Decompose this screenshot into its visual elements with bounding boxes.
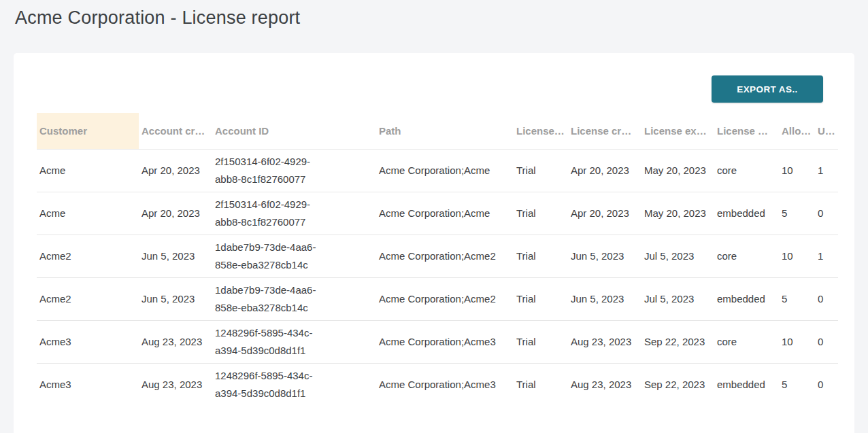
column-header-license-type[interactable]: License… — [514, 113, 568, 149]
cell-customer: Acme2 — [37, 277, 139, 320]
cell-used: 0 — [815, 320, 838, 363]
column-header-account-id[interactable]: Account ID — [212, 113, 376, 149]
cell-account-created: Jun 5, 2023 — [139, 277, 212, 320]
cell-license-expiration: May 20, 2023 — [641, 149, 714, 192]
cell-license-created: Apr 20, 2023 — [568, 192, 641, 235]
cell-license-type: Trial — [514, 149, 568, 192]
cell-allocated: 5 — [779, 192, 815, 235]
cell-account-id: 1dabe7b9-73de-4aa6-858e-eba3278cb14c — [212, 277, 376, 320]
cell-allocated: 10 — [779, 235, 815, 277]
cell-license-created: Jun 5, 2023 — [568, 277, 641, 320]
cell-license-model: core — [714, 149, 779, 192]
cell-license-created: Aug 23, 2023 — [568, 363, 641, 406]
table-header-row: CustomerAccount cr…Account IDPathLicense… — [37, 113, 838, 149]
cell-license-type: Trial — [514, 277, 568, 320]
column-header-path[interactable]: Path — [376, 113, 514, 149]
cell-path: Acme Corporation;Acme2 — [376, 235, 514, 277]
cell-license-type: Trial — [514, 363, 568, 406]
column-header-used[interactable]: U… — [815, 113, 838, 149]
column-header-license-expiration[interactable]: License ex… — [641, 113, 714, 149]
cell-license-expiration: May 20, 2023 — [641, 192, 714, 235]
cell-license-type: Trial — [514, 235, 568, 277]
cell-path: Acme Corporation;Acme — [376, 192, 514, 235]
cell-allocated: 5 — [779, 277, 815, 320]
column-header-allocated[interactable]: Allo… — [779, 113, 815, 149]
cell-allocated: 10 — [779, 320, 815, 363]
table-row: Acme2Jun 5, 20231dabe7b9-73de-4aa6-858e-… — [37, 277, 838, 320]
cell-customer: Acme3 — [37, 363, 139, 406]
cell-license-model: embedded — [714, 277, 779, 320]
report-card: EXPORT AS.. CustomerAccount cr…Account I… — [14, 53, 854, 433]
cell-account-id: 2f150314-6f02-4929-abb8-8c1f82760077 — [212, 192, 376, 235]
cell-used: 0 — [815, 277, 838, 320]
cell-allocated: 5 — [779, 363, 815, 406]
cell-account-id: 1248296f-5895-434c-a394-5d39c0d8d1f1 — [212, 320, 376, 363]
cell-allocated: 10 — [779, 149, 815, 192]
cell-license-expiration: Jul 5, 2023 — [641, 277, 714, 320]
cell-customer: Acme2 — [37, 235, 139, 277]
cell-path: Acme Corporation;Acme2 — [376, 277, 514, 320]
table-row: Acme3Aug 23, 20231248296f-5895-434c-a394… — [37, 363, 838, 406]
cell-used: 0 — [815, 192, 838, 235]
cell-license-model: core — [714, 235, 779, 277]
cell-license-model: embedded — [714, 192, 779, 235]
cell-account-created: Jun 5, 2023 — [139, 235, 212, 277]
cell-license-created: Apr 20, 2023 — [568, 149, 641, 192]
cell-license-model: embedded — [714, 363, 779, 406]
cell-customer: Acme — [37, 149, 139, 192]
table-row: Acme2Jun 5, 20231dabe7b9-73de-4aa6-858e-… — [37, 235, 838, 277]
cell-account-id: 1248296f-5895-434c-a394-5d39c0d8d1f1 — [212, 363, 376, 406]
column-header-customer[interactable]: Customer — [37, 113, 139, 149]
cell-used: 1 — [815, 149, 838, 192]
cell-account-created: Aug 23, 2023 — [139, 320, 212, 363]
cell-customer: Acme — [37, 192, 139, 235]
cell-used: 0 — [815, 363, 838, 406]
column-header-account-created[interactable]: Account cr… — [139, 113, 212, 149]
cell-license-type: Trial — [514, 320, 568, 363]
cell-license-model: core — [714, 320, 779, 363]
column-header-license-model[interactable]: License … — [714, 113, 779, 149]
column-header-license-created[interactable]: License cr… — [568, 113, 641, 149]
cell-account-created: Apr 20, 2023 — [139, 192, 212, 235]
cell-customer: Acme3 — [37, 320, 139, 363]
page-title: Acme Corporation - License report — [15, 7, 868, 29]
license-table: CustomerAccount cr…Account IDPathLicense… — [37, 113, 838, 406]
cell-license-created: Aug 23, 2023 — [568, 320, 641, 363]
table-row: AcmeApr 20, 20232f150314-6f02-4929-abb8-… — [37, 192, 838, 235]
cell-account-created: Apr 20, 2023 — [139, 149, 212, 192]
table-row: AcmeApr 20, 20232f150314-6f02-4929-abb8-… — [37, 149, 838, 192]
cell-used: 1 — [815, 235, 838, 277]
export-as-button[interactable]: EXPORT AS.. — [712, 75, 823, 103]
cell-path: Acme Corporation;Acme — [376, 149, 514, 192]
cell-path: Acme Corporation;Acme3 — [376, 363, 514, 406]
cell-license-created: Jun 5, 2023 — [568, 235, 641, 277]
cell-account-id: 1dabe7b9-73de-4aa6-858e-eba3278cb14c — [212, 235, 376, 277]
cell-license-expiration: Jul 5, 2023 — [641, 235, 714, 277]
cell-account-id: 2f150314-6f02-4929-abb8-8c1f82760077 — [212, 149, 376, 192]
cell-license-type: Trial — [514, 192, 568, 235]
cell-license-expiration: Sep 22, 2023 — [641, 320, 714, 363]
table-row: Acme3Aug 23, 20231248296f-5895-434c-a394… — [37, 320, 838, 363]
cell-path: Acme Corporation;Acme3 — [376, 320, 514, 363]
cell-license-expiration: Sep 22, 2023 — [641, 363, 714, 406]
cell-account-created: Aug 23, 2023 — [139, 363, 212, 406]
